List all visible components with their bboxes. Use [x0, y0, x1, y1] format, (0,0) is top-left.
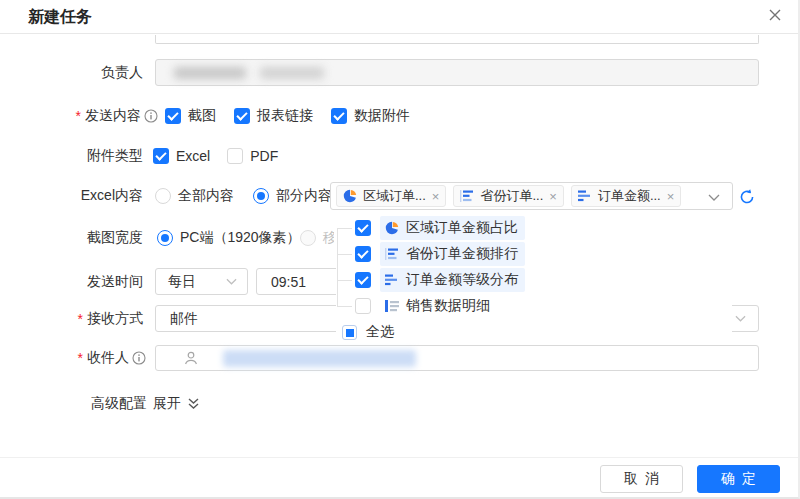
radio-pc-width[interactable]: PC端（1920像素）	[157, 228, 301, 248]
info-icon[interactable]	[132, 351, 146, 365]
send-time-label: 发送时间	[0, 268, 143, 295]
checkbox-excel[interactable]: Excel	[153, 148, 210, 164]
required-asterisk: *	[78, 311, 83, 327]
tree-connector	[337, 306, 352, 307]
tree-connector	[337, 254, 352, 255]
checkbox-unchecked-icon[interactable]	[355, 298, 371, 314]
checkbox-report-link[interactable]: 报表链接	[234, 107, 313, 125]
new-task-dialog: 新建任务 负责人 * 发送内容 截图 报表链接 数据附件	[0, 0, 800, 499]
footer-divider	[0, 457, 800, 458]
checkbox-checked-icon[interactable]	[234, 108, 250, 124]
multiselect-dropdown-panel: 区域订单金额占比 省份订单金额排行 订单金额等级分布	[336, 211, 732, 343]
checkbox-checked-icon[interactable]	[355, 220, 371, 236]
pie-chart-icon	[385, 221, 399, 235]
expand-label: 展开	[153, 395, 181, 413]
dropdown-item-label: 订单金额等级分布	[406, 271, 518, 289]
receive-method-label: 接收方式	[87, 310, 143, 328]
recipient-label: 收件人	[87, 349, 129, 367]
dropdown-item-region-order[interactable]: 区域订单金额占比	[355, 216, 525, 240]
dialog-title: 新建任务	[28, 7, 92, 28]
checkbox-checked-icon[interactable]	[153, 148, 169, 164]
dropdown-item-label: 区域订单金额占比	[406, 219, 518, 237]
checkbox-pdf[interactable]: PDF	[227, 148, 278, 164]
tag-province-order[interactable]: 省份订单... ×	[453, 185, 563, 207]
tree-connector	[337, 228, 338, 307]
select-all-label: 全选	[366, 323, 394, 341]
bar-dist-icon	[578, 189, 592, 203]
frequency-value: 每日	[168, 273, 196, 291]
dropdown-item-sales-detail[interactable]: 销售数据明细	[355, 294, 497, 318]
pie-chart-icon	[343, 189, 357, 203]
radio-label: 部分内容	[276, 187, 332, 205]
tag-remove-icon[interactable]: ×	[549, 190, 557, 203]
radio-partial-content[interactable]: 部分内容	[253, 187, 332, 205]
checkbox-checked-icon[interactable]	[355, 246, 371, 262]
checkbox-data-attachment[interactable]: 数据附件	[331, 107, 410, 125]
receive-method-value: 邮件	[170, 310, 198, 328]
info-icon[interactable]	[144, 109, 158, 123]
dropdown-item-label: 省份订单金额排行	[406, 245, 518, 263]
required-asterisk: *	[76, 108, 81, 124]
send-content-label-group: * 发送内容	[0, 106, 158, 126]
checkbox-label: 数据附件	[354, 107, 410, 125]
send-content-options: 截图 报表链接 数据附件	[165, 106, 410, 126]
owner-input	[155, 59, 759, 86]
radio-disabled-icon	[300, 230, 316, 246]
radio-label: 全部内容	[178, 187, 234, 205]
tree-connector	[337, 228, 352, 229]
checkbox-checked-icon[interactable]	[355, 272, 371, 288]
table-icon	[385, 299, 399, 313]
chevron-down-icon[interactable]	[708, 194, 720, 201]
select-all-option[interactable]: 全选	[342, 321, 394, 343]
screenshot-width-label: 截图宽度	[0, 228, 143, 248]
dropdown-item-order-amount[interactable]: 订单金额等级分布	[355, 268, 525, 292]
redacted-owner-value	[174, 67, 246, 79]
tag-region-order[interactable]: 区域订单... ×	[336, 185, 446, 207]
cancel-button[interactable]: 取消	[600, 465, 683, 493]
redacted-owner-value	[260, 67, 324, 79]
required-asterisk: *	[78, 350, 83, 366]
time-value: 09:51	[271, 274, 306, 290]
bar-dist-icon	[385, 273, 399, 287]
receive-method-label-group: * 接收方式	[0, 305, 143, 332]
refresh-icon[interactable]	[738, 188, 756, 206]
checkbox-label: PDF	[250, 148, 278, 164]
excel-content-multiselect[interactable]: 区域订单... × 省份订单... × 订单金额... ×	[330, 182, 733, 210]
redacted-recipient-value	[223, 350, 416, 367]
clipped-input-top[interactable]	[155, 35, 759, 44]
tag-order-amount[interactable]: 订单金额... ×	[571, 185, 681, 207]
tag-remove-icon[interactable]: ×	[432, 190, 440, 203]
recipient-input[interactable]	[155, 345, 759, 371]
radio-unselected-icon[interactable]	[155, 188, 171, 204]
checkbox-checked-icon[interactable]	[331, 108, 347, 124]
checkbox-checked-icon[interactable]	[165, 108, 181, 124]
checkbox-label: 截图	[188, 107, 216, 125]
double-chevron-down-icon	[187, 397, 200, 411]
checkbox-unchecked-icon[interactable]	[227, 148, 243, 164]
bar-rank-icon	[385, 247, 399, 261]
owner-label: 负责人	[0, 59, 143, 86]
attachment-type-label: 附件类型	[0, 146, 143, 166]
close-button[interactable]	[764, 4, 786, 26]
radio-label: 移动端	[323, 229, 334, 247]
radio-selected-icon[interactable]	[253, 188, 269, 204]
confirm-button[interactable]: 确定	[697, 465, 780, 493]
excel-content-label: Excel内容	[0, 186, 143, 206]
header-divider	[0, 33, 800, 34]
frequency-select[interactable]: 每日	[155, 268, 248, 295]
advanced-expand-toggle[interactable]: 展开	[153, 394, 200, 414]
checkbox-indeterminate-icon[interactable]	[342, 325, 357, 340]
radio-selected-icon[interactable]	[157, 230, 173, 246]
close-icon	[767, 7, 783, 23]
tag-remove-icon[interactable]: ×	[667, 190, 675, 203]
checkbox-label: 报表链接	[257, 107, 313, 125]
radio-all-content[interactable]: 全部内容	[155, 187, 234, 205]
send-content-label: 发送内容	[85, 107, 141, 125]
excel-content-radios: 全部内容 部分内容	[155, 186, 332, 206]
radio-mobile-width: 移动端	[300, 228, 334, 248]
checkbox-screenshot[interactable]: 截图	[165, 107, 216, 125]
dropdown-item-province-order[interactable]: 省份订单金额排行	[355, 242, 525, 266]
dropdown-item-label: 销售数据明细	[406, 297, 490, 315]
chevron-down-icon	[226, 278, 237, 285]
checkbox-label: Excel	[176, 148, 210, 164]
